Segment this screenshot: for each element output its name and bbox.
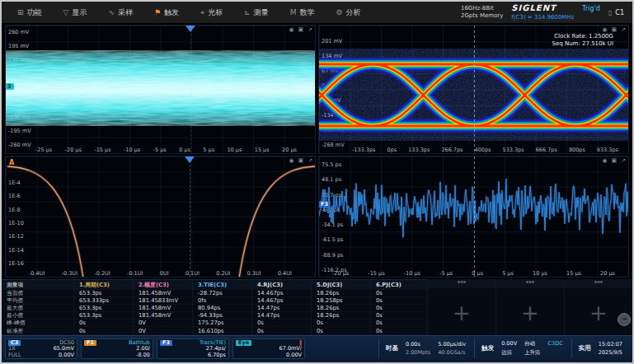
trigger-mode: 自动 <box>524 340 541 348</box>
menu-acquire[interactable]: ∿采样 <box>97 2 143 23</box>
measure-value: 18.26ps <box>312 305 371 311</box>
add-measurement-slot: *** + <box>564 279 632 335</box>
camera-icon[interactable]: ◉ <box>289 157 294 164</box>
expand-icon[interactable]: ↗ <box>308 157 312 164</box>
timebase-panel[interactable]: 时基 0.00s 5.00µs/div 2.00Mpts 40.0GSa/s <box>378 338 472 358</box>
camera-icon[interactable]: ◉ <box>602 26 607 33</box>
menu-cursor[interactable]: ⌖光标 <box>190 2 233 23</box>
add-measurement-button[interactable]: + <box>496 291 564 335</box>
display-icon: ▽ <box>63 8 69 16</box>
add-measurement-button[interactable]: + <box>428 291 495 335</box>
probe-label: 1X <box>8 346 16 352</box>
measure-value: 0s <box>371 328 430 334</box>
utility-title: 实用 <box>579 344 591 352</box>
trigger-source: C3DC <box>548 340 563 348</box>
memory-label: 2Gpts Memory <box>461 12 503 20</box>
measure-value: 0s <box>371 305 430 311</box>
menu-analysis[interactable]: ⚙分析 <box>325 2 371 23</box>
math-icon: M <box>290 8 297 16</box>
measure-value: 0s <box>312 320 371 326</box>
analysis-icon: ⚙ <box>336 8 342 16</box>
region-icon[interactable]: ▣ <box>612 26 618 33</box>
waveform-view-c3[interactable]: 260 mV195 mV130 mV65 mV0 mV-65 mV-130 mV… <box>5 25 316 154</box>
eye-stats-overlay: Clock Rate: 1.2500G Seq Num: 27.510k UI <box>552 33 613 49</box>
expand-icon[interactable]: ↗ <box>621 157 626 164</box>
measure-value: 0s <box>252 328 312 334</box>
expand-icon[interactable]: ↗ <box>308 26 312 33</box>
f1-badge: F1 <box>84 340 96 346</box>
region-icon[interactable]: ▣ <box>612 157 618 164</box>
timebase-scale: 5.00µs/div <box>438 341 466 348</box>
timebase-title: 时基 <box>386 344 398 352</box>
measure-value: 653.3ps <box>74 312 134 319</box>
trigger-panel[interactable]: 触发 0.00V 自动 C3DC 边沿 上升沿 <box>474 338 570 358</box>
add-measurement-slot: *** + <box>495 279 564 335</box>
quadrant-toolbar: ◉ ▣ ↗ <box>602 26 626 33</box>
eye-descriptor[interactable]: Eye‖ 67.0mV/ 0.00V <box>232 338 305 359</box>
measure-icon: ⊾ <box>244 8 251 16</box>
channel-descriptor-c3[interactable]: C3DC50 1X65.0mV FULL0.00V <box>5 338 77 359</box>
menu-display[interactable]: ▽显示 <box>53 2 98 23</box>
measure-value: 653.333ps <box>74 297 134 304</box>
active-channel-indicator[interactable]: ▯ C1 <box>608 9 624 16</box>
measure-value: 0s <box>371 297 430 304</box>
cursor-position-marker[interactable] <box>185 156 195 163</box>
menu-measure[interactable]: ⊾测量 <box>233 2 279 23</box>
menu-label: 显示 <box>72 7 87 18</box>
status-bar: C3DC50 1X65.0mV FULL0.00V F1Bathtub 2.00… <box>2 335 632 362</box>
scale-value: 27.4ps/ <box>206 346 226 352</box>
trigger-flag-icon: ⚑ <box>154 8 161 16</box>
measure-value: 0s <box>371 320 430 326</box>
channel-label: C1 <box>615 9 624 16</box>
measure-value: 14.47ps <box>252 305 312 311</box>
trigger-type: 边沿 <box>501 349 517 357</box>
camera-icon[interactable]: ◉ <box>602 157 607 164</box>
measure-value: 14.47ps <box>252 312 312 319</box>
acquire-icon: ∿ <box>108 8 115 16</box>
bandwidth-label: 16GHz-8Bit <box>461 5 503 12</box>
frequency-readout: f(C3) = 314.9600MHz <box>511 14 574 21</box>
measure-value: 14.467ps <box>252 297 312 304</box>
menu-trigger[interactable]: ⚑触发 <box>143 2 190 23</box>
trigger-position-marker[interactable] <box>186 26 195 32</box>
column-header: *** <box>565 279 632 288</box>
f3-badge: F3 <box>160 340 172 346</box>
camera-icon[interactable]: ◉ <box>289 26 294 33</box>
column-header: 测量项 <box>2 281 74 289</box>
measure-value: 0V <box>134 328 193 334</box>
quadrant-toolbar: ◉ ▣ ↗ <box>602 157 626 164</box>
region-icon[interactable]: ▣ <box>298 26 304 33</box>
channel-level-marker[interactable]: 3 <box>6 83 14 90</box>
cursor-icon: ⌖ <box>200 8 204 17</box>
measure-value: 18.258ps <box>312 297 371 304</box>
tie-track-view[interactable]: 75.5 ps48.1 ps20.7 ps-6.7 ps-34.1 ps-61.… <box>318 156 629 278</box>
column-header: 5.DJ(C3) <box>312 282 371 288</box>
add-measurement-slot: *** + <box>427 279 495 335</box>
region-icon[interactable]: ▣ <box>298 157 304 164</box>
cursor-position-line <box>190 156 190 277</box>
measure-value: 653.3ps <box>74 305 134 311</box>
clock-date: 2025/9/5 <box>599 349 622 356</box>
f3-source-marker[interactable]: F3 <box>319 201 331 208</box>
clock-time: 15:02:07 <box>599 341 622 348</box>
clock-panel[interactable]: 实用 15:02:07 2025/9/5 <box>571 338 629 358</box>
measure-value: 0s <box>74 328 134 334</box>
bathtub-view[interactable]: A 1E-41E-61E-81E-101E-121E-141E-16 -0.4U… <box>5 156 316 278</box>
function-descriptor-f1[interactable]: F1Bathtub 2.00/ -8.00 <box>81 338 153 359</box>
column-header: *** <box>496 279 564 288</box>
panel-collapse-button[interactable]: ◄ <box>618 313 631 326</box>
menu-math[interactable]: M数学 <box>279 2 326 23</box>
eye-diagram-view[interactable]: 201 mV134 mV67 mV0 mV-67 mV-134 mV-201 m… <box>318 25 629 154</box>
menu-function[interactable]: ⊞功能 <box>7 2 53 23</box>
expand-icon[interactable]: ↗ <box>621 26 626 33</box>
hw-spec: 16GHz-8Bit 2Gpts Memory <box>461 5 503 20</box>
measure-value: 0s <box>312 328 371 334</box>
scale-value: 65.0mV <box>54 346 74 352</box>
measure-value: 0V <box>134 320 193 326</box>
offset-value: 0.00V <box>59 352 74 358</box>
cursor-a-marker[interactable]: A <box>9 159 14 166</box>
function-descriptor-f3[interactable]: F3Track(TIE) 27.4ps/ 6.70ps <box>157 338 229 359</box>
quadrant-toolbar: ◉ ▣ ↗ <box>289 26 312 33</box>
offset-value: 6.70ps <box>208 352 226 358</box>
measure-value: 80.94ps <box>193 305 252 311</box>
